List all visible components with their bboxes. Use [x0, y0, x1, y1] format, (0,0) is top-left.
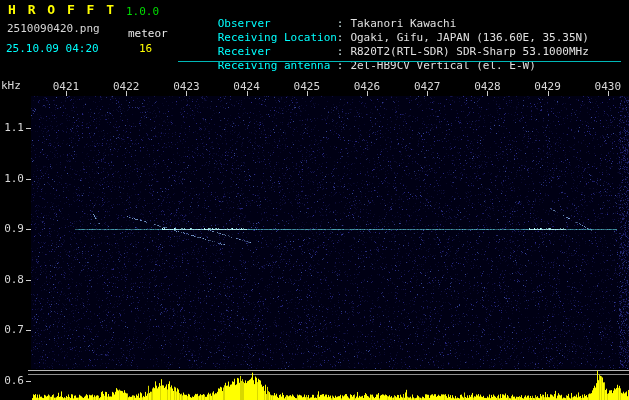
x-tick-label: 0429: [528, 80, 568, 93]
meteor-count: 16: [139, 42, 152, 55]
y-tick-label: 0.6: [2, 374, 24, 387]
info-value: R820T2(RTL-SDR) SDR-Sharp 53.1000MHz: [343, 45, 588, 58]
hrofft-screen: H R O F F T 1.0.0 2510090420.png meteor …: [0, 0, 629, 400]
y-axis-unit-label: kHz: [1, 79, 21, 92]
y-tick-label: 0.7: [2, 323, 24, 336]
x-tick-label: 0421: [46, 80, 86, 93]
x-tick-label: 0427: [407, 80, 447, 93]
x-tick-label: 0423: [166, 80, 206, 93]
header-underline: [178, 61, 621, 62]
x-tick-label: 0428: [467, 80, 507, 93]
info-value: Takanori Kawachi: [343, 17, 456, 30]
y-tick-label: 0.9: [2, 222, 24, 235]
station-info: Observer:Takanori Kawachi Receiving Loca…: [178, 3, 589, 59]
mode-label: meteor: [128, 27, 168, 40]
y-tick-label: 1.0: [2, 172, 24, 185]
app-version: 1.0.0: [126, 5, 159, 18]
timestamp: 25.10.09 04:20: [6, 42, 99, 55]
x-tick-label: 0424: [227, 80, 267, 93]
output-filename: 2510090420.png: [7, 22, 100, 35]
y-tick-label: 1.1: [2, 121, 24, 134]
app-title: H R O F F T: [8, 3, 116, 16]
y-tick-label: 0.8: [2, 273, 24, 286]
x-tick-label: 0422: [106, 80, 146, 93]
info-row: Observer:Takanori Kawachi: [178, 3, 589, 17]
x-tick-label: 0426: [347, 80, 387, 93]
info-value: Ogaki, Gifu, JAPAN (136.60E, 35.35N): [343, 31, 588, 44]
info-label: Receiver: [218, 45, 337, 59]
info-label: Observer: [218, 17, 337, 31]
x-tick-label: 0425: [287, 80, 327, 93]
x-tick-label: 0430: [588, 80, 628, 93]
info-label: Receiving Location: [218, 31, 337, 45]
